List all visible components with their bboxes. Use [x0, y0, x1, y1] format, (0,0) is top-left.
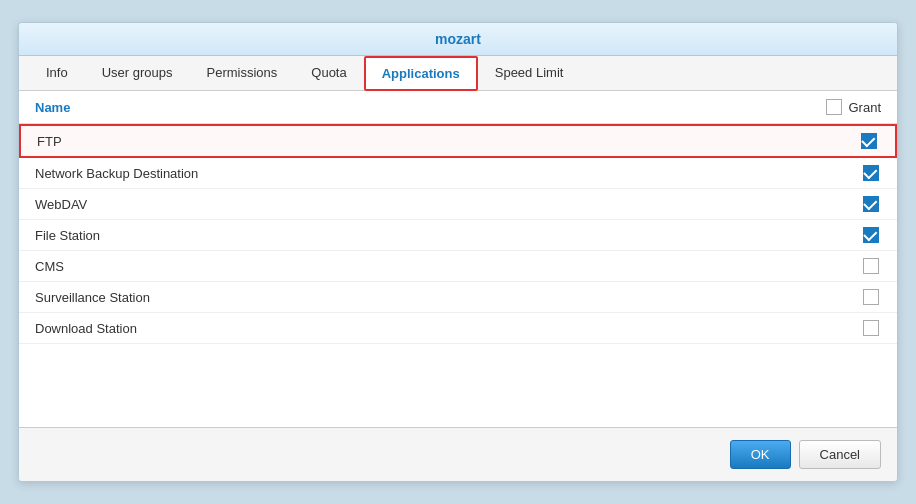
grant-all-checkbox[interactable]	[826, 99, 842, 115]
tabs-container: InfoUser groupsPermissionsQuotaApplicati…	[19, 56, 897, 91]
row-name-webdav: WebDAV	[35, 197, 861, 212]
checkbox-download-station[interactable]	[863, 320, 879, 336]
table-row[interactable]: Network Backup Destination	[19, 158, 897, 189]
tab-info[interactable]: Info	[29, 56, 85, 91]
table-row[interactable]: FTP	[19, 124, 897, 158]
tab-speed-limit[interactable]: Speed Limit	[478, 56, 581, 91]
ok-button[interactable]: OK	[730, 440, 791, 469]
row-name-surveillance-station: Surveillance Station	[35, 290, 861, 305]
name-column-header: Name	[35, 100, 826, 115]
checkbox-ftp[interactable]	[861, 133, 877, 149]
tab-user-groups[interactable]: User groups	[85, 56, 190, 91]
table-row[interactable]: Download Station	[19, 313, 897, 344]
content-area: Name Grant FTPNetwork Backup Destination…	[19, 91, 897, 427]
row-check-cms	[861, 258, 881, 274]
tab-applications[interactable]: Applications	[364, 56, 478, 91]
row-check-surveillance-station	[861, 289, 881, 305]
grant-column-header: Grant	[826, 99, 881, 115]
row-name-network-backup: Network Backup Destination	[35, 166, 861, 181]
tab-quota[interactable]: Quota	[294, 56, 363, 91]
row-name-cms: CMS	[35, 259, 861, 274]
table-row[interactable]: File Station	[19, 220, 897, 251]
row-name-ftp: FTP	[37, 134, 859, 149]
checkbox-cms[interactable]	[863, 258, 879, 274]
tab-permissions[interactable]: Permissions	[190, 56, 295, 91]
row-check-download-station	[861, 320, 881, 336]
row-check-file-station	[861, 227, 881, 243]
table-row[interactable]: CMS	[19, 251, 897, 282]
row-check-webdav	[861, 196, 881, 212]
row-check-network-backup	[861, 165, 881, 181]
table-rows: FTPNetwork Backup DestinationWebDAVFile …	[19, 124, 897, 344]
dialog: mozart InfoUser groupsPermissionsQuotaAp…	[18, 22, 898, 482]
checkbox-webdav[interactable]	[863, 196, 879, 212]
table-header: Name Grant	[19, 91, 897, 124]
footer: OK Cancel	[19, 427, 897, 481]
row-check-ftp	[859, 133, 879, 149]
table-row[interactable]: WebDAV	[19, 189, 897, 220]
dialog-title: mozart	[19, 23, 897, 56]
checkbox-surveillance-station[interactable]	[863, 289, 879, 305]
row-name-download-station: Download Station	[35, 321, 861, 336]
table-row[interactable]: Surveillance Station	[19, 282, 897, 313]
grant-label: Grant	[848, 100, 881, 115]
checkbox-file-station[interactable]	[863, 227, 879, 243]
row-name-file-station: File Station	[35, 228, 861, 243]
checkbox-network-backup[interactable]	[863, 165, 879, 181]
cancel-button[interactable]: Cancel	[799, 440, 881, 469]
